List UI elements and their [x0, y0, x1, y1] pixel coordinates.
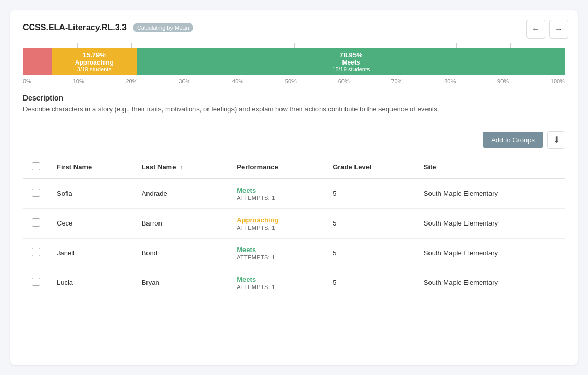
select-all-checkbox[interactable]: [32, 162, 40, 170]
chart-container: 15.79% Approaching 3/19 students 78.95% …: [23, 43, 565, 84]
perf-label: Meets: [237, 276, 256, 283]
tick-0: [23, 43, 78, 48]
scale-label: 90%: [497, 78, 509, 84]
next-button[interactable]: →: [549, 20, 568, 39]
th-last-name[interactable]: Last Name ↑: [133, 155, 229, 179]
tick-8: [457, 43, 511, 48]
description-section: Description Describe characters in a sto…: [23, 94, 565, 123]
students-table: First Name Last Name ↑ Performance Grade…: [23, 155, 565, 298]
table-row: Cece Barron Approaching ATTEMPTS: 1 5 So…: [23, 208, 565, 238]
cell-last-name: Bond: [133, 238, 229, 268]
seg-label: Meets: [342, 59, 360, 66]
scale-label: 20%: [126, 78, 137, 84]
seg-pct: 15.79%: [83, 51, 106, 59]
cell-last-name: Barron: [133, 208, 229, 238]
tick-9: [511, 43, 565, 48]
cell-last-name: Bryan: [133, 268, 229, 297]
cell-site: South Maple Elementary: [415, 238, 565, 268]
header-row: CCSS.ELA-Literacy.RL.3.3 Calculating by …: [23, 23, 565, 32]
table-body: Sofia Andrade Meets ATTEMPTS: 1 5 South …: [23, 179, 565, 298]
cell-grade-level: 5: [324, 179, 415, 209]
th-last-name-label: Last Name: [142, 163, 176, 171]
row-checkbox-cell: [23, 268, 49, 297]
bar-segment-approaching: 15.79% Approaching 3/19 students: [52, 48, 137, 75]
perf-label: Meets: [237, 246, 256, 254]
scale-label: 60%: [338, 78, 350, 84]
th-site: Site: [415, 155, 565, 179]
th-first-name: First Name: [48, 155, 133, 179]
cell-grade-level: 5: [324, 268, 415, 297]
sort-icon: ↑: [180, 164, 183, 171]
download-button[interactable]: ⬇: [547, 131, 565, 149]
calc-badge: Calculating by Mean: [133, 23, 193, 32]
cell-grade-level: 5: [324, 238, 415, 268]
scale-label: 100%: [550, 78, 565, 84]
cell-last-name: Andrade: [133, 179, 229, 209]
tick-5: [295, 43, 349, 48]
description-title: Description: [23, 94, 565, 102]
th-grade-level-label: Grade Level: [333, 163, 371, 171]
th-performance-label: Performance: [237, 163, 278, 171]
prev-button[interactable]: ←: [526, 20, 545, 39]
attempts-label: ATTEMPTS: 1: [237, 254, 316, 260]
row-checkbox-cell: [23, 238, 49, 268]
description-text: Describe characters in a story (e.g., th…: [23, 104, 565, 115]
tick-2: [132, 43, 186, 48]
scale-label: 10%: [73, 78, 84, 84]
toolbar: Add to Groups ⬇: [23, 131, 565, 149]
cell-first-name: Lucia: [48, 268, 133, 297]
scale-label: 70%: [391, 78, 402, 84]
bar-segment-below: [23, 48, 52, 75]
tick-3: [186, 43, 240, 48]
cell-grade-level: 5: [324, 208, 415, 238]
row-checkbox-cell: [23, 179, 49, 209]
cell-site: South Maple Elementary: [415, 179, 565, 209]
scale-labels: 0%10%20%30%40%50%60%70%80%90%100%: [23, 78, 565, 84]
bar-segment-meets: 78.95% Meets 15/19 students: [137, 48, 565, 75]
table-header: First Name Last Name ↑ Performance Grade…: [23, 155, 565, 179]
seg-pct: 78.95%: [339, 51, 362, 59]
table-row: Sofia Andrade Meets ATTEMPTS: 1 5 South …: [23, 179, 565, 209]
cell-performance: Approaching ATTEMPTS: 1: [228, 208, 324, 238]
tick-1: [78, 43, 132, 48]
cell-first-name: Cece: [48, 208, 133, 238]
seg-label: Approaching: [75, 59, 114, 66]
tick-7: [402, 43, 457, 48]
standard-title: CCSS.ELA-Literacy.RL.3.3: [23, 23, 127, 32]
cell-performance: Meets ATTEMPTS: 1: [228, 179, 324, 209]
attempts-label: ATTEMPTS: 1: [237, 224, 316, 231]
nav-arrows: ← →: [526, 20, 568, 39]
row-checkbox[interactable]: [32, 218, 40, 227]
row-checkbox[interactable]: [32, 248, 40, 256]
main-container: ← → CCSS.ELA-Literacy.RL.3.3 Calculating…: [10, 10, 578, 365]
scale-label: 40%: [232, 78, 243, 84]
perf-label: Approaching: [237, 216, 278, 224]
add-to-groups-button[interactable]: Add to Groups: [483, 132, 543, 148]
seg-students: 3/19 students: [77, 66, 112, 72]
row-checkbox[interactable]: [32, 189, 40, 197]
cell-first-name: Sofia: [48, 179, 133, 209]
perf-label: Meets: [237, 186, 256, 194]
tick-4: [240, 43, 295, 48]
th-grade-level: Grade Level: [324, 155, 415, 179]
th-site-label: Site: [424, 163, 436, 171]
attempts-label: ATTEMPTS: 1: [237, 284, 316, 290]
cell-performance: Meets ATTEMPTS: 1: [228, 268, 324, 297]
cell-site: South Maple Elementary: [415, 208, 565, 238]
above-bar-ticks: [23, 43, 565, 48]
th-performance: Performance: [228, 155, 324, 179]
seg-students: 15/19 students: [332, 66, 370, 72]
th-checkbox: [23, 155, 49, 179]
cell-performance: Meets ATTEMPTS: 1: [228, 238, 324, 268]
table-row: Janell Bond Meets ATTEMPTS: 1 5 South Ma…: [23, 238, 565, 268]
row-checkbox-cell: [23, 208, 49, 238]
cell-first-name: Janell: [48, 238, 133, 268]
tick-6: [348, 43, 402, 48]
progress-bar: 15.79% Approaching 3/19 students 78.95% …: [23, 48, 565, 75]
th-first-name-label: First Name: [57, 163, 92, 171]
attempts-label: ATTEMPTS: 1: [237, 195, 316, 201]
scale-label: 80%: [444, 78, 456, 84]
scale-label: 0%: [23, 78, 31, 84]
table-row: Lucia Bryan Meets ATTEMPTS: 1 5 South Ma…: [23, 268, 565, 297]
row-checkbox[interactable]: [32, 278, 40, 286]
